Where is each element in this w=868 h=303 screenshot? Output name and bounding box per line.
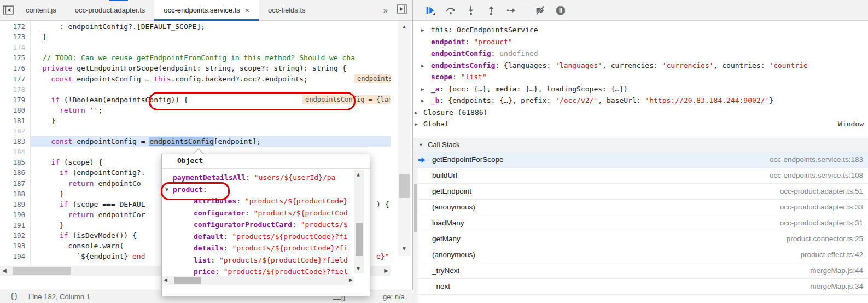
line-number[interactable]: 172: [0, 21, 25, 32]
line-number[interactable]: 189: [0, 199, 25, 209]
line-number[interactable]: 192: [0, 230, 25, 241]
code-line-text[interactable]: }: [34, 220, 64, 230]
code-line-text[interactable]: const endpointsConfig = this.config.back…: [34, 74, 308, 84]
tab-occ-product.adapter.ts[interactable]: occ-product.adapter.ts: [66, 0, 155, 20]
line-number[interactable]: 194: [0, 251, 25, 261]
line-number[interactable]: 173: [0, 32, 25, 42]
line-number[interactable]: 182: [0, 126, 25, 136]
stack-frame-_next[interactable]: _nextmergeMap.js:34: [413, 279, 868, 295]
tab-occ-fields.ts[interactable]: occ-fields.ts: [259, 0, 315, 20]
code-line-text[interactable]: if (scope === DEFAUL: [34, 199, 145, 209]
sidebar-scrollbar[interactable]: [413, 152, 418, 303]
scope-row[interactable]: endpointConfig: undefined: [413, 48, 868, 60]
scope-row[interactable]: ▶Closure (61886): [413, 107, 868, 119]
code-line-text[interactable]: return endpointCor: [34, 209, 145, 220]
popup-property-details[interactable]: details: "products/${productCode}?fi: [162, 242, 386, 254]
popup-hscroll-thumb[interactable]: [174, 277, 201, 284]
stack-frame-_tryNext[interactable]: _tryNextmergeMap.js:44: [413, 263, 868, 279]
code-line-text[interactable]: return '';: [34, 105, 102, 115]
code-line-text[interactable]: if (isDevMode()) {: [34, 230, 137, 241]
stack-frame-getMany[interactable]: getManyproduct.connector.ts:25: [413, 231, 868, 247]
code-line-text[interactable]: }: [34, 32, 46, 42]
editor-vertical-scrollbar[interactable]: ▲ ▼: [398, 21, 411, 256]
line-number[interactable]: 186: [0, 167, 25, 178]
popup-vscroll-thumb[interactable]: [356, 223, 363, 256]
popup-horizontal-scrollbar[interactable]: ◀ ▶: [162, 276, 354, 285]
code-line-text[interactable]: if (scope) {: [34, 157, 102, 167]
step-button[interactable]: [505, 4, 517, 16]
code-line-text[interactable]: console.warn(: [34, 241, 124, 251]
popup-property-attributes[interactable]: attributes: "products/${productCode}: [162, 195, 386, 207]
scroll-down-arrow-icon[interactable]: ▼: [401, 246, 407, 252]
line-number[interactable]: 191: [0, 220, 25, 230]
scope-row[interactable]: endpoint: "product": [413, 36, 868, 48]
expand-triangle-icon[interactable]: ▼: [165, 184, 168, 196]
close-tab-icon[interactable]: ×: [245, 7, 249, 14]
code-line-text[interactable]: if (!Boolean(endpointsConfig)) {: [34, 95, 188, 105]
sidebar-scrollbar-thumb[interactable]: [414, 184, 417, 232]
horizontal-scrollbar-thumb[interactable]: [13, 267, 71, 275]
step-out-button[interactable]: [485, 4, 497, 16]
scope-row[interactable]: ▶endpointsConfig: {languages: 'languages…: [413, 60, 868, 72]
line-number[interactable]: 180: [0, 105, 25, 115]
tab-occ-endpoints.service.ts[interactable]: occ-endpoints.service.ts×: [154, 0, 259, 20]
popup-vertical-scrollbar[interactable]: ▲ ▼: [354, 170, 364, 273]
popup-property-list[interactable]: list: "products/${productCode}?field: [162, 254, 386, 266]
expand-triangle-icon[interactable]: ▶: [415, 107, 417, 119]
line-number[interactable]: 179: [0, 95, 25, 105]
stack-frame-anonymous[interactable]: (anonymous)occ-product.adapter.ts:33: [413, 200, 868, 215]
line-number[interactable]: 187: [0, 178, 25, 189]
expand-triangle-icon[interactable]: ▶: [421, 25, 424, 36]
line-number[interactable]: 185: [0, 157, 25, 167]
pause-on-exceptions-button[interactable]: [555, 4, 567, 16]
stack-frame-getEndpoint[interactable]: getEndpointocc-product.adapter.ts:51: [413, 184, 868, 200]
popup-property-configuratorProductCard[interactable]: configuratorProductCard: "products/$: [162, 219, 386, 231]
stack-frame-loadMany[interactable]: loadManyocc-product.adapter.ts:31: [413, 215, 868, 231]
scope-row[interactable]: ▶GlobalWindow: [413, 118, 868, 130]
line-number[interactable]: 193: [0, 241, 25, 251]
line-number[interactable]: 184: [0, 147, 25, 157]
scroll-up-arrow-icon[interactable]: ▲: [401, 24, 407, 30]
code-line-text[interactable]: return endpointCo: [34, 178, 141, 189]
scope-row[interactable]: ▶this: OccEndpointsService: [413, 24, 868, 36]
code-line-text[interactable]: if (endpointConfig?.: [34, 167, 145, 178]
stack-frame-getEndpointForScope[interactable]: getEndpointForScopeocc-endpoints.service…: [413, 152, 868, 168]
deactivate-breakpoints-button[interactable]: [534, 4, 546, 16]
expand-triangle-icon[interactable]: ▶: [421, 60, 424, 72]
line-number[interactable]: 176: [0, 63, 25, 73]
stack-frame-anonymous[interactable]: (anonymous)product.effect.ts:42: [413, 247, 868, 263]
step-into-button[interactable]: [465, 4, 477, 16]
step-over-button[interactable]: [445, 4, 457, 16]
scope-row[interactable]: ▶_b: {endpoints: {…}, prefix: '/occ/v2/'…: [413, 95, 868, 107]
code-line-text[interactable]: : endpointConfig?.[DEFAULT_SCOPE];: [34, 21, 205, 32]
line-number[interactable]: 183: [0, 136, 25, 147]
more-tabs-button[interactable]: »: [381, 5, 390, 15]
vertical-scrollbar-thumb[interactable]: [399, 174, 410, 198]
expand-triangle-icon[interactable]: ▶: [421, 84, 424, 95]
resume-button[interactable]: [424, 4, 436, 16]
popup-scroll-down-icon[interactable]: ▼: [357, 266, 360, 271]
line-number[interactable]: 181: [0, 115, 25, 126]
line-number[interactable]: 177: [0, 74, 25, 84]
debugger-panel-toggle-button[interactable]: [397, 4, 408, 16]
selected-token[interactable]: endpointsConfig: [149, 137, 213, 145]
call-stack-header[interactable]: ▼ Call Stack: [413, 138, 868, 152]
scroll-left-arrow-icon[interactable]: ◀: [2, 268, 7, 273]
popup-property-product[interactable]: ▼product:: [162, 184, 365, 196]
code-line-text[interactable]: }: [34, 115, 55, 126]
line-number[interactable]: 175: [0, 53, 25, 63]
code-line-text[interactable]: `${endpoint} end: [34, 251, 145, 261]
expand-triangle-icon[interactable]: ▶: [415, 119, 417, 130]
expand-triangle-icon[interactable]: ▶: [421, 95, 424, 107]
code-line-text[interactable]: const endpointConfig = endpointsConfig[e…: [34, 136, 261, 147]
popup-property-paymentDetailsAll[interactable]: paymentDetailsAll: "users/${userId}/pa: [162, 172, 365, 184]
popup-scroll-right-icon[interactable]: ▶: [349, 277, 352, 283]
scope-row[interactable]: scope: "list": [413, 71, 868, 83]
line-number[interactable]: 178: [0, 84, 25, 95]
popup-scroll-left-icon[interactable]: ◀: [164, 277, 167, 283]
popup-property-configurator[interactable]: configurator: "products/${productCod: [162, 207, 386, 219]
line-number[interactable]: 174: [0, 42, 25, 53]
tab-content.js[interactable]: content.js: [16, 0, 66, 20]
popup-property-default[interactable]: default: "products/${productCode}?fi: [162, 231, 386, 243]
code-line-text[interactable]: private getEndpointForScope(endpoint: st…: [34, 63, 346, 73]
